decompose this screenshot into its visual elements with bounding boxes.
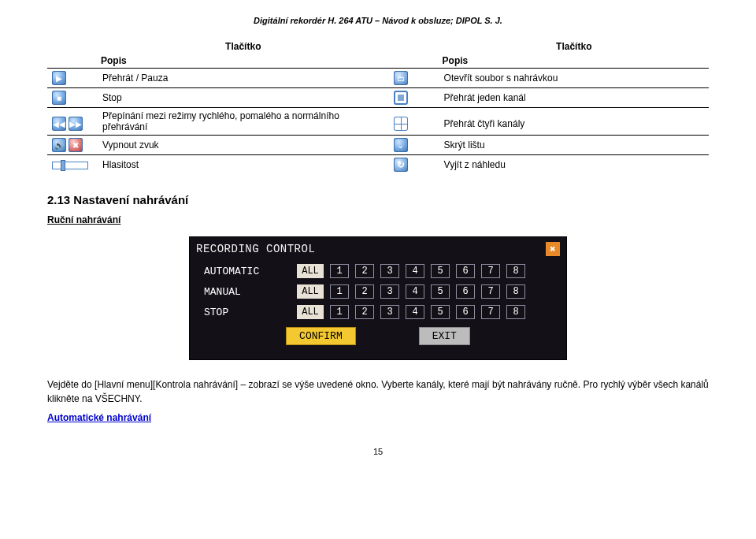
all-button[interactable]: ALL [297, 264, 324, 278]
page-number: 15 [47, 447, 709, 456]
exit-preview-icon: ↻ [394, 158, 408, 172]
forward-icon: ▶▶ [69, 117, 83, 131]
doc-header: Digitální rekordér H. 264 ATU – Návod k … [47, 16, 709, 25]
subheading-manual: Ruční nahrávání [47, 214, 709, 225]
ch-3[interactable]: 3 [380, 264, 399, 278]
ch-3[interactable]: 3 [380, 305, 399, 319]
desc-stop: Stop [98, 88, 389, 108]
desc-hide-bar: Skrýt lištu [439, 136, 709, 155]
hide-bar-icon: ⌄ [394, 138, 408, 152]
desc-play-pause: Přehrát / Pauza [98, 69, 389, 88]
ch-2[interactable]: 2 [355, 305, 374, 319]
col-desc-1: Popis [98, 54, 389, 69]
volume-slider-icon [52, 162, 88, 169]
row-stop: STOP ALL 1 2 3 4 5 6 7 8 [204, 305, 552, 319]
desc-open-file: Otevřít soubor s nahrávkou [439, 69, 709, 88]
ch-4[interactable]: 4 [406, 264, 424, 278]
paragraph-manual: Vejděte do [Hlavní menu][Kontrola nahráv… [47, 377, 709, 406]
link-automatic-recording[interactable]: Automatické nahrávání [47, 412, 709, 423]
panel-title-text: RECORDING CONTROL [196, 243, 315, 255]
desc-exit-preview: Vyjít z náhledu [439, 155, 709, 175]
col-button-2: Tlačítko [439, 39, 709, 54]
play-pause-icon: ▶ [52, 71, 66, 85]
open-file-icon: 🗀 [394, 71, 408, 85]
recording-control-panel: RECORDING CONTROL ✖ AUTOMATIC ALL 1 2 3 … [189, 236, 567, 360]
ch-6[interactable]: 6 [456, 284, 475, 299]
label-stop: STOP [204, 307, 291, 318]
desc-volume: Hlasitost [98, 155, 389, 175]
ch-4[interactable]: 4 [406, 284, 424, 299]
close-icon[interactable]: ✖ [546, 242, 560, 256]
ch-3[interactable]: 3 [380, 284, 399, 299]
ch-2[interactable]: 2 [355, 284, 374, 299]
row-automatic: AUTOMATIC ALL 1 2 3 4 5 6 7 8 [204, 264, 552, 278]
section-title: 2.13 Nastavení nahrávání [47, 193, 709, 206]
ch-4[interactable]: 4 [406, 305, 424, 319]
ch-6[interactable]: 6 [456, 305, 475, 319]
desc-mute: Vypnout zvuk [98, 136, 389, 155]
ch-7[interactable]: 7 [481, 284, 500, 299]
ch-5[interactable]: 5 [431, 264, 450, 278]
ch-1[interactable]: 1 [330, 305, 349, 319]
ch-8[interactable]: 8 [506, 284, 525, 299]
empty-cell [439, 108, 709, 113]
label-automatic: AUTOMATIC [204, 266, 291, 277]
confirm-button[interactable]: CONFIRM [286, 327, 356, 345]
rewind-icon: ◀◀ [52, 117, 66, 131]
all-button[interactable]: ALL [297, 284, 324, 299]
stop-icon: ■ [52, 91, 66, 105]
ch-8[interactable]: 8 [506, 305, 525, 319]
ch-6[interactable]: 6 [456, 264, 475, 278]
col-button-1: Tlačítko [98, 39, 389, 54]
desc-quad: Přehrát čtyři kanály [439, 113, 709, 136]
label-manual: MANUAL [204, 286, 291, 298]
ch-5[interactable]: 5 [431, 305, 450, 319]
ch-8[interactable]: 8 [506, 264, 525, 278]
single-channel-icon [394, 91, 408, 105]
desc-mode-switch: Přepínání mezi režimy rychlého, pomalého… [98, 108, 389, 136]
col-desc-2: Popis [439, 54, 709, 69]
ch-7[interactable]: 7 [481, 264, 500, 278]
ch-5[interactable]: 5 [431, 284, 450, 299]
ch-7[interactable]: 7 [481, 305, 500, 319]
all-button[interactable]: ALL [297, 305, 324, 319]
sound-on-icon: 🔊 [52, 138, 66, 152]
ch-1[interactable]: 1 [330, 264, 349, 278]
quad-channel-icon [394, 117, 408, 131]
exit-button[interactable]: EXIT [419, 327, 470, 345]
ch-1[interactable]: 1 [330, 284, 349, 299]
row-manual: MANUAL ALL 1 2 3 4 5 6 7 8 [204, 284, 552, 299]
buttons-table: Tlačítko Tlačítko Popis Popis ▶ Přehrát … [47, 39, 709, 174]
desc-single-channel: Přehrát jeden kanál [439, 88, 709, 108]
mute-icon: ✖ [69, 138, 83, 152]
ch-2[interactable]: 2 [355, 264, 374, 278]
